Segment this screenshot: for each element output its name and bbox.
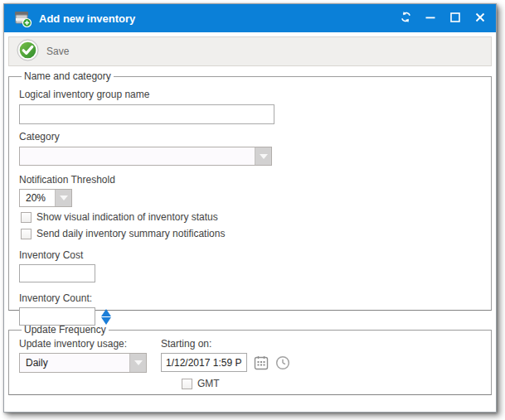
category-dropdown-button[interactable] <box>255 147 271 165</box>
usage-value[interactable]: Daily <box>20 354 129 372</box>
maximize-icon <box>450 12 460 25</box>
send-daily-checkbox[interactable] <box>21 229 32 239</box>
count-spinner <box>101 309 111 325</box>
gmt-checkbox[interactable] <box>182 379 192 389</box>
threshold-label: Notification Threshold <box>19 174 491 186</box>
clock-icon <box>275 360 290 373</box>
name-category-legend: Name and category <box>22 70 114 82</box>
gmt-row: GMT <box>182 378 290 389</box>
usage-label: Update inventory usage: <box>19 338 161 350</box>
show-visual-label[interactable]: Show visual indication of inventory stat… <box>36 211 218 223</box>
spin-up-button[interactable] <box>101 309 111 316</box>
threshold-combobox[interactable]: 20% <box>19 189 72 207</box>
minimize-icon <box>425 12 435 25</box>
gmt-label[interactable]: GMT <box>197 378 220 389</box>
category-label: Category <box>19 131 491 143</box>
send-daily-label[interactable]: Send daily inventory summary notificatio… <box>36 228 225 239</box>
add-inventory-dialog: Add new inventory <box>3 3 497 413</box>
refresh-icon <box>400 11 412 26</box>
chevron-down-icon <box>260 154 268 159</box>
count-row <box>19 307 491 326</box>
save-button[interactable]: Save <box>13 38 80 65</box>
arrow-up-icon <box>101 309 111 316</box>
update-frequency-row: Update inventory usage: Daily Starting o… <box>19 338 491 389</box>
update-frequency-group: Update Frequency Update inventory usage:… <box>8 324 492 395</box>
chevron-down-icon <box>60 196 68 200</box>
calendar-button[interactable] <box>254 355 269 370</box>
maximize-button[interactable] <box>443 4 468 32</box>
save-label: Save <box>46 46 69 57</box>
group-name-input[interactable] <box>19 104 274 124</box>
starting-on-input[interactable] <box>161 353 247 372</box>
update-frequency-legend: Update Frequency <box>22 324 109 336</box>
close-icon <box>475 12 485 25</box>
titlebar[interactable]: Add new inventory <box>4 4 496 32</box>
category-value[interactable] <box>20 147 255 165</box>
category-combobox[interactable] <box>19 147 272 166</box>
send-daily-row: Send daily inventory summary notificatio… <box>21 228 491 239</box>
count-input[interactable] <box>19 307 95 326</box>
minimize-button[interactable] <box>418 4 443 32</box>
usage-combobox[interactable]: Daily <box>19 353 147 373</box>
show-visual-row: Show visual indication of inventory stat… <box>21 211 491 223</box>
toolbar: Save <box>8 36 492 66</box>
name-category-group: Name and category Logical inventory grou… <box>8 70 492 311</box>
starting-on-row <box>161 353 290 372</box>
inventory-add-icon <box>12 9 32 27</box>
calendar-icon <box>254 360 269 373</box>
refresh-button[interactable] <box>393 4 418 32</box>
close-button[interactable] <box>468 4 493 32</box>
starting-on-label: Starting on: <box>161 338 290 350</box>
show-visual-checkbox[interactable] <box>21 212 32 223</box>
count-label: Inventory Count: <box>19 292 491 305</box>
threshold-value[interactable]: 20% <box>20 190 55 206</box>
threshold-dropdown-button[interactable] <box>55 190 71 206</box>
cost-input[interactable] <box>19 264 95 282</box>
cost-label: Inventory Cost <box>19 249 491 262</box>
clock-button[interactable] <box>275 355 290 370</box>
chevron-down-icon <box>134 360 143 365</box>
usage-dropdown-button[interactable] <box>129 354 146 372</box>
group-name-label: Logical inventory group name <box>19 89 491 101</box>
window-title: Add new inventory <box>39 12 393 25</box>
check-circle-icon <box>17 39 39 64</box>
